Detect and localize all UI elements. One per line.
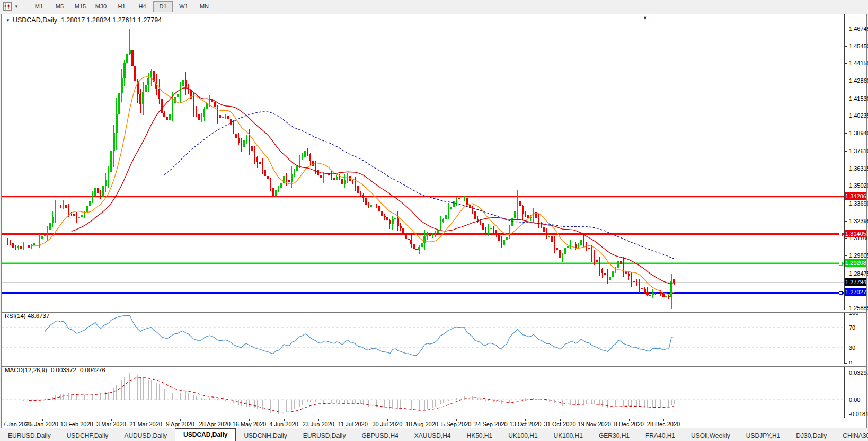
ma-line-10[interactable] bbox=[32, 77, 674, 294]
price-axis-tick bbox=[845, 46, 847, 47]
chart-tab-usdcad-daily[interactable]: USDCAD,Daily bbox=[175, 428, 236, 441]
date-label: 3 Mar 2020 bbox=[96, 421, 126, 427]
rsi-pane[interactable] bbox=[2, 312, 844, 364]
price-axis-label: 1.42860 bbox=[849, 77, 868, 84]
rsi-axis-tick bbox=[845, 328, 847, 328]
chevron-down-icon[interactable]: ▼ bbox=[13, 4, 20, 9]
chart-tab-usdcnh-daily[interactable]: USDCNH,Daily bbox=[236, 430, 295, 441]
ma-line-60[interactable] bbox=[164, 112, 674, 259]
macd-axis-tick bbox=[845, 414, 847, 414]
chart-tab-bar: EURUSD,DailyUSDCHF,DailyAUDUSD,DailyUSDC… bbox=[0, 428, 868, 441]
chart-tab-uk100-h1[interactable]: UK100,H1 bbox=[546, 430, 591, 441]
price-axis-tick bbox=[845, 238, 847, 239]
chart-tab-audusd-daily[interactable]: AUDUSD,Daily bbox=[116, 430, 175, 441]
date-label: 23 Jun 2020 bbox=[302, 421, 334, 427]
price-axis-tick bbox=[845, 274, 847, 274]
chart-tab-hk50-h1[interactable]: HK50,H1 bbox=[459, 430, 501, 441]
macd-histogram bbox=[13, 373, 674, 414]
candlestick-chart-icon bbox=[3, 2, 12, 11]
chart-tab-usdjpy-h1[interactable]: USDJPY,H1 bbox=[738, 430, 788, 441]
date-label: 21 Mar 2020 bbox=[129, 421, 162, 427]
timeframe-buttons: M1M5M15M30H1H4D1W1MN bbox=[29, 1, 215, 12]
chart-title: ▼USDCAD,Daily 1.28017 1.28024 1.27611 1.… bbox=[6, 16, 162, 24]
down-triangle-icon[interactable]: ▼ bbox=[6, 18, 10, 23]
rsi-line bbox=[45, 315, 674, 356]
macd-pane[interactable] bbox=[2, 366, 844, 419]
chart-tab-fra40-h1[interactable]: FRA40,H1 bbox=[637, 430, 683, 441]
date-label: 28 Apr 2020 bbox=[199, 421, 231, 427]
timeframe-button-w1[interactable]: W1 bbox=[174, 1, 193, 12]
chart-tab-china300-h1[interactable]: CHINA300,H1 bbox=[835, 430, 868, 441]
price-axis-tick bbox=[845, 151, 847, 152]
chart-tab-eurusd-daily[interactable]: EURUSD,Daily bbox=[295, 430, 354, 441]
chart-tab-eurusd-daily[interactable]: EURUSD,Daily bbox=[0, 430, 59, 441]
macd-axis-label: 0.00 bbox=[849, 396, 860, 403]
main-price-pane[interactable] bbox=[2, 14, 844, 310]
timeframe-button-h1[interactable]: H1 bbox=[112, 1, 131, 12]
price-axis-label: 1.46745 bbox=[849, 25, 868, 32]
chart-tab-usdchf-daily[interactable]: USDCHF,Daily bbox=[59, 430, 117, 441]
chart-shift-marker[interactable]: ▼ bbox=[643, 15, 648, 21]
chart-tab-xauusd-h4[interactable]: XAUUSD,H4 bbox=[406, 430, 459, 441]
macd-indicator-label: MACD(12,26,9) -0.003372 -0.004276 bbox=[5, 367, 105, 373]
chart-tab-gbpusd-h4[interactable]: GBPUSD,H4 bbox=[353, 430, 406, 441]
price-badge: 1.27027 bbox=[845, 288, 866, 296]
timeframe-toolbar: ▼ M1M5M15M30H1H4D1W1MN bbox=[0, 0, 868, 13]
date-label: 31 Oct 2020 bbox=[544, 421, 576, 427]
chart-tab-ger30-h1[interactable]: GER30,H1 bbox=[591, 430, 637, 441]
price-axis-label: 1.32395 bbox=[849, 218, 868, 224]
date-label: 9 Apr 2020 bbox=[166, 421, 194, 427]
level-line-handle[interactable] bbox=[839, 291, 843, 295]
candlestick-chart-icon[interactable] bbox=[2, 1, 13, 12]
date-label: 25 Jan 2020 bbox=[26, 421, 58, 427]
date-label: 19 Nov 2020 bbox=[578, 421, 611, 427]
price-axis-label: 1.35020 bbox=[849, 182, 868, 189]
macd-axis-label: -0.01815 bbox=[849, 411, 868, 417]
price-axis-tick bbox=[845, 81, 847, 81]
price-axis-label: 1.40235 bbox=[849, 112, 868, 119]
price-axis-label: 1.41530 bbox=[849, 95, 868, 102]
ma-line-25[interactable] bbox=[72, 88, 674, 284]
timeframe-button-m15[interactable]: M15 bbox=[70, 1, 90, 12]
level-line-handle[interactable] bbox=[839, 233, 843, 236]
moving-averages-layer bbox=[32, 77, 674, 294]
pane-splitter[interactable] bbox=[2, 364, 866, 367]
rsi-axis-tick bbox=[845, 348, 847, 348]
price-badge: 1.31405 bbox=[845, 230, 866, 237]
chart-tab-uk100-h1[interactable]: UK100,H1 bbox=[500, 430, 545, 441]
date-label: 5 Sep 2020 bbox=[441, 421, 471, 427]
price-badge: 1.29208 bbox=[845, 259, 866, 267]
price-badge: 1.34206 bbox=[845, 192, 866, 200]
toolbar-grip[interactable] bbox=[22, 2, 25, 11]
price-axis-label: 1.36315 bbox=[849, 165, 868, 172]
chart-tab-dj30-daily[interactable]: DJ30,Daily bbox=[788, 430, 835, 441]
timeframe-button-m1[interactable]: M1 bbox=[29, 1, 49, 12]
timeframe-button-m5[interactable]: M5 bbox=[50, 1, 69, 12]
macd-axis-label: 0.032972 bbox=[849, 369, 868, 376]
date-label: 18 Aug 2020 bbox=[405, 421, 438, 427]
level-line-handle[interactable] bbox=[839, 262, 843, 266]
price-axis-tick bbox=[845, 133, 847, 134]
pane-splitter[interactable] bbox=[2, 310, 866, 313]
trading-terminal-window: ▼ M1M5M15M30H1H4D1W1MN ▼USDCAD,Daily 1.2… bbox=[0, 0, 868, 441]
rsi-axis-label: 30 bbox=[849, 345, 855, 351]
price-axis-label: 1.38940 bbox=[849, 130, 868, 136]
chart-window: ▼USDCAD,Daily 1.28017 1.28024 1.27611 1.… bbox=[1, 14, 867, 428]
timeframe-button-mn[interactable]: MN bbox=[194, 1, 214, 12]
timeframe-button-h4[interactable]: H4 bbox=[132, 1, 152, 12]
price-axis-tick bbox=[845, 99, 847, 99]
price-axis-label: 1.44155 bbox=[849, 60, 868, 66]
price-axis-tick bbox=[845, 308, 847, 308]
price-axis-tick bbox=[845, 255, 847, 256]
price-axis-tick bbox=[845, 63, 847, 64]
horizontal-level-lines[interactable] bbox=[2, 197, 844, 293]
date-label: 11 Jul 2020 bbox=[338, 421, 368, 427]
candles-layer bbox=[7, 29, 675, 309]
date-label: 13 Oct 2020 bbox=[509, 421, 541, 427]
chart-tab-usoil-weekly[interactable]: USOil,Weekly bbox=[683, 430, 738, 441]
chart-symbol-label: USDCAD,Daily bbox=[13, 16, 57, 24]
timeframe-button-m30[interactable]: M30 bbox=[91, 1, 111, 12]
price-axis-tick bbox=[845, 186, 847, 186]
timeframe-button-d1[interactable]: D1 bbox=[153, 1, 173, 12]
macd-signal-line bbox=[29, 377, 674, 412]
